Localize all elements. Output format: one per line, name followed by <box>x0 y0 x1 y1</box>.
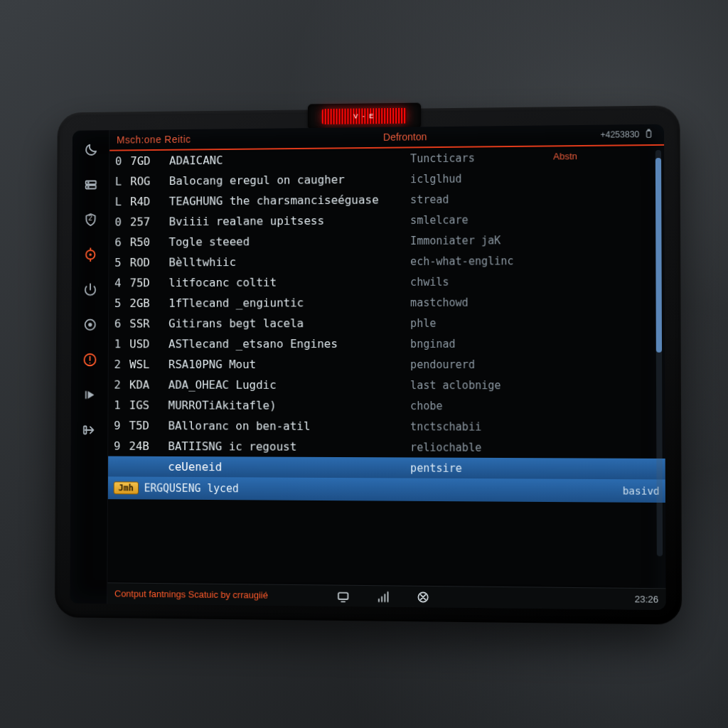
list-item[interactable]: 1USDASTlecand _etsano Enginesbnginad <box>109 333 665 354</box>
svg-point-2 <box>87 182 88 183</box>
sidebar: 2 <box>70 130 109 604</box>
list-item[interactable]: 6SSRGitirans begt lacelaphle <box>109 312 665 333</box>
disk-icon[interactable] <box>81 175 100 195</box>
list-item[interactable]: 475Dlitfocanc coltitchwils <box>109 270 665 293</box>
signal-icon[interactable] <box>376 589 390 604</box>
target-icon[interactable] <box>80 245 100 264</box>
active-task-title: ERGQUSENG lyced <box>144 482 238 496</box>
shield-icon[interactable]: 2 <box>80 210 100 230</box>
active-task-badge: Jmh <box>114 481 139 494</box>
scrollbar-thumb[interactable] <box>655 158 662 352</box>
svg-rect-13 <box>648 129 649 131</box>
svg-point-9 <box>89 363 90 364</box>
active-task-row[interactable]: Jmh ERGQUSENG lyced basivd <box>108 476 665 503</box>
shield-badge-count: 2 <box>88 214 92 222</box>
cancel-icon[interactable] <box>416 589 430 604</box>
selected-def: pentsire <box>410 461 649 476</box>
list-item[interactable]: 2KDAADA_OHEAC Lugdiclast aclobnige <box>109 375 665 396</box>
clock: 23:26 <box>635 594 659 605</box>
top-led-housing: V - E <box>308 103 421 130</box>
svg-rect-1 <box>85 186 95 189</box>
svg-point-7 <box>88 323 92 326</box>
skip-icon[interactable] <box>80 385 99 405</box>
list-item[interactable]: 5RODBèlltwhiicech-what-englinc <box>109 250 664 273</box>
list-item[interactable]: 2WSLRSA10PNG Moutpendourerd <box>109 354 665 375</box>
list-item-selected[interactable]: ceUeneid pentsire <box>108 456 665 480</box>
share-icon[interactable] <box>80 420 99 440</box>
main-panel: Msch:one Reitic Defronton +4253830 Abstn… <box>107 124 665 610</box>
svg-rect-10 <box>85 391 86 399</box>
screen-icon[interactable] <box>336 589 350 603</box>
svg-rect-14 <box>338 592 348 599</box>
list-item[interactable]: 9T5DBAlloranc on ben-atiltnctschabii <box>108 415 665 437</box>
list-item[interactable]: 52GB1fTlecand _engiunticmastchowd <box>109 291 665 314</box>
moon-icon[interactable] <box>81 140 100 160</box>
svg-rect-0 <box>85 181 95 185</box>
battery-icon <box>643 128 653 140</box>
definition-header: Defronton <box>383 131 427 143</box>
code-list[interactable]: 07GDADAICANCTuncticars LROGBalocang ereg… <box>107 146 665 588</box>
selected-label: ceUeneid <box>168 460 410 475</box>
list-item[interactable]: 6R50Togle steeedImmoniater jaK <box>109 229 665 252</box>
svg-point-3 <box>87 187 88 188</box>
bottom-nav <box>336 589 431 604</box>
screen: 2 Msch:one Re <box>70 124 665 610</box>
panel-title: Msch:one Reitic <box>117 134 191 146</box>
status-text: Contput fantnings Scatuic by crraugiié <box>114 588 268 600</box>
top-led-display: V - E <box>322 108 407 124</box>
svg-rect-12 <box>647 130 651 136</box>
active-task-def: basivd <box>623 485 660 497</box>
record-icon[interactable] <box>80 315 100 335</box>
svg-point-5 <box>89 253 92 256</box>
warning-icon[interactable] <box>80 350 99 370</box>
list-item[interactable]: 924BBATIISNG ic regoustreliochable <box>108 436 665 459</box>
list-item[interactable]: 0257Bviiii realane upitsesssmlelcare <box>109 208 665 232</box>
list-item[interactable]: 1IGSMURROTiAkitafle)chobe <box>108 395 665 417</box>
infotainment-device: V - E 2 <box>55 105 682 624</box>
status-code: +4253830 <box>601 129 640 140</box>
power-icon[interactable] <box>80 280 100 300</box>
